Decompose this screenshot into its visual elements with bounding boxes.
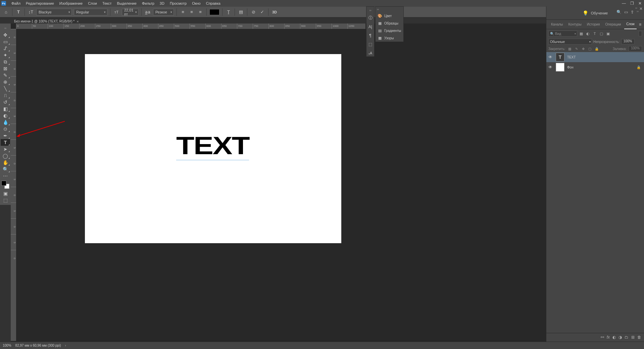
minimize-icon[interactable]: —	[621, 1, 627, 6]
hand-tool[interactable]: ✋	[1, 159, 10, 166]
zoom-value[interactable]: 100%	[3, 344, 11, 347]
glyphs-icon[interactable]: ₐA	[367, 50, 374, 56]
shape-tool[interactable]: ◯	[1, 152, 10, 159]
cancel-icon[interactable]: ⊘	[250, 9, 257, 15]
lock-all-icon[interactable]: 🔒	[594, 46, 599, 51]
warp-text-icon[interactable]: Ṯ	[225, 9, 232, 15]
tab-actions[interactable]: Операции	[603, 20, 623, 29]
align-left-icon[interactable]: ≡	[180, 9, 186, 15]
panel-button-patterns[interactable]: ▩Узоры	[376, 34, 403, 42]
tab-channels[interactable]: Каналы	[549, 20, 565, 29]
lock-transparency-icon[interactable]: ▩	[567, 46, 572, 51]
layer-row[interactable]: 👁 Фон 🔒	[546, 62, 644, 72]
text-orientation-icon[interactable]: ↕T	[28, 9, 34, 15]
font-family-select[interactable]: Blackye	[36, 9, 72, 15]
filter-type-select[interactable]: 🔍Вид	[548, 31, 577, 37]
filter-smart-icon[interactable]: ▣	[605, 31, 611, 36]
type-tool[interactable]: T	[1, 139, 10, 146]
menu-window[interactable]: Окно	[189, 0, 203, 7]
lock-artboard-icon[interactable]: ▢	[588, 46, 592, 51]
filter-type-icon[interactable]: T	[592, 31, 597, 36]
menu-layer[interactable]: Слои	[85, 0, 100, 7]
menu-type[interactable]: Текст	[100, 0, 114, 7]
filter-shape-icon[interactable]: ▢	[599, 31, 604, 36]
panel-button-color[interactable]: 🎨Цвет	[376, 12, 403, 19]
menu-select[interactable]: Выделение	[114, 0, 139, 7]
edit-toolbar-icon[interactable]: ⋯	[1, 173, 10, 179]
move-tool[interactable]: ✥	[1, 32, 10, 38]
canvas-text-layer[interactable]: TEXT	[176, 131, 249, 160]
menu-3d[interactable]: 3D	[157, 0, 167, 7]
marquee-tool[interactable]: ▭	[1, 38, 10, 45]
layer-thumbnail[interactable]: T	[556, 53, 564, 61]
history-brush-tool[interactable]: ↺	[1, 99, 10, 105]
lock-pixels-icon[interactable]: ✎	[574, 46, 579, 51]
menu-image[interactable]: Изображение	[57, 0, 85, 7]
align-center-icon[interactable]: ≡	[188, 9, 195, 15]
quick-mask-icon[interactable]: ▣	[1, 190, 10, 197]
layer-thumbnail[interactable]	[556, 63, 564, 72]
clone-stamp-tool[interactable]: ⎍	[1, 92, 10, 99]
font-style-select[interactable]: Regular	[74, 9, 107, 15]
layer-row[interactable]: 👁 T TEXT	[546, 52, 644, 62]
panel-button-gradients[interactable]: ▤Градиенты	[376, 27, 403, 34]
path-selection-tool[interactable]: ➤	[1, 146, 10, 152]
font-size-input[interactable]: 22,01 пт	[122, 9, 139, 15]
libraries-icon[interactable]: ⬚	[367, 41, 374, 47]
color-picker[interactable]	[1, 181, 9, 189]
antialias-select[interactable]: Резкое	[153, 9, 174, 15]
character-icon[interactable]: A|	[367, 24, 374, 30]
doc-info[interactable]: 82,97 мм x 60,96 мм (300 ppi)	[15, 344, 61, 347]
eyedropper-tool[interactable]: ✎	[1, 72, 10, 79]
home-icon[interactable]: ⌂	[3, 9, 9, 15]
canvas[interactable]: TEXT	[85, 54, 341, 243]
commit-icon[interactable]: ✓	[259, 9, 265, 15]
menu-help[interactable]: Справка	[203, 0, 223, 7]
filter-toggle[interactable]	[639, 31, 642, 36]
close-tab-icon[interactable]: ×	[77, 19, 79, 24]
align-right-icon[interactable]: ≡	[197, 9, 204, 15]
3d-icon[interactable]: 3D	[271, 9, 278, 15]
menu-file[interactable]: Файл	[9, 0, 23, 7]
maximize-icon[interactable]: ❐	[629, 1, 635, 6]
link-layers-icon[interactable]: ⚯	[601, 335, 604, 340]
crop-tool[interactable]: ⧉	[1, 58, 10, 65]
layer-name[interactable]: TEXT	[567, 55, 576, 59]
gradient-tool[interactable]: ◐	[1, 112, 10, 119]
adjustment-layer-icon[interactable]: ◑	[618, 335, 622, 340]
filter-pixel-icon[interactable]: ▩	[579, 31, 584, 36]
menu-edit[interactable]: Редактирование	[23, 0, 57, 7]
tab-layers[interactable]: Слои	[624, 20, 636, 29]
visibility-toggle-icon[interactable]: 👁	[548, 55, 553, 59]
ruler-horizontal[interactable]: 0 50 100 150 200 250 300 350 400 450 500…	[16, 24, 365, 29]
properties-icon[interactable]: ⓘ	[367, 15, 374, 21]
expand-icon[interactable]: ››	[369, 9, 371, 12]
toolbar-collapse-icon[interactable]: ››	[1, 25, 10, 32]
visibility-toggle-icon[interactable]: 👁	[548, 65, 553, 70]
menu-filter[interactable]: Фильтр	[139, 0, 157, 7]
magic-wand-tool[interactable]: ✦	[1, 52, 10, 58]
close-icon[interactable]: ✕	[637, 1, 643, 6]
blend-mode-select[interactable]: Обычные	[548, 39, 592, 45]
expand-icon[interactable]: ››	[376, 7, 403, 12]
opacity-input[interactable]: 100%	[621, 39, 635, 44]
panel-button-swatches[interactable]: ▦Образцы	[376, 19, 403, 27]
ruler-vertical[interactable]: 0 5 0 5 0 5 0 5 0 5 0 5 0 5 0	[11, 29, 16, 341]
screen-mode-icon[interactable]: ⬚	[1, 197, 10, 204]
filter-adjust-icon[interactable]: ◐	[585, 31, 591, 36]
text-color-swatch[interactable]	[209, 9, 219, 15]
tab-paths[interactable]: Контуры	[566, 20, 584, 29]
delete-layer-icon[interactable]: 🗑	[637, 335, 641, 340]
canvas-area[interactable]: TEXT	[16, 29, 365, 341]
collapse-icon[interactable]: ‹‹	[635, 6, 637, 10]
character-panel-icon[interactable]: ▤	[238, 9, 244, 15]
zoom-tool[interactable]: 🔍	[1, 166, 10, 173]
frame-tool[interactable]: ⊠	[1, 65, 10, 72]
lock-icon[interactable]: 🔒	[637, 66, 641, 69]
search-icon[interactable]: 🔍	[616, 10, 622, 14]
fill-input[interactable]: 100%	[629, 46, 642, 51]
dodge-tool[interactable]: ⊙	[1, 126, 10, 132]
tool-preset-icon[interactable]: T	[15, 9, 22, 15]
layer-mask-icon[interactable]: ◐	[612, 335, 616, 340]
paragraph-icon[interactable]: ¶	[367, 33, 374, 39]
